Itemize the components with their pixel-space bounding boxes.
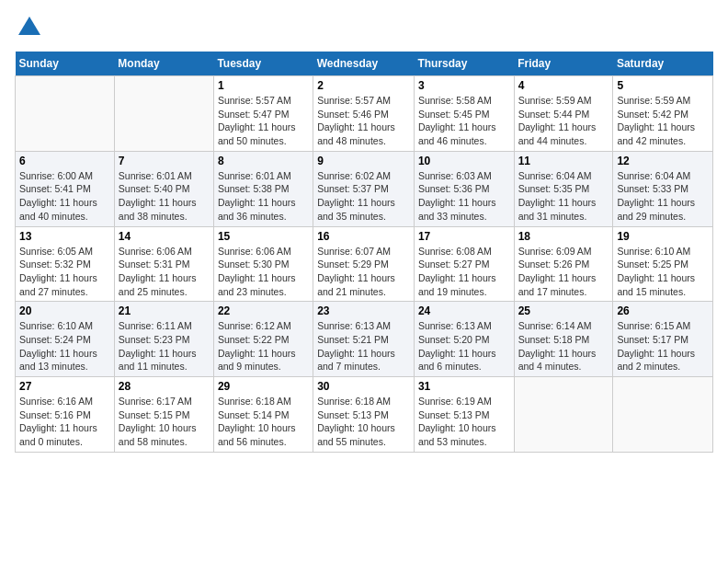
calendar-cell: 23Sunrise: 6:13 AM Sunset: 5:21 PM Dayli… (313, 302, 415, 377)
day-number: 24 (418, 304, 510, 317)
day-number: 10 (418, 155, 510, 167)
day-number: 15 (218, 230, 309, 243)
calendar-week-row: 1Sunrise: 5:57 AM Sunset: 5:47 PM Daylig… (16, 76, 713, 152)
day-detail: Sunrise: 6:01 AM Sunset: 5:38 PM Dayligh… (218, 169, 309, 224)
weekday-header-sunday: Sunday (16, 52, 115, 76)
day-number: 8 (218, 155, 309, 167)
day-number: 21 (119, 304, 210, 317)
calendar-cell: 9Sunrise: 6:02 AM Sunset: 5:37 PM Daylig… (313, 151, 415, 226)
day-number: 12 (617, 155, 709, 167)
calendar-cell: 12Sunrise: 6:04 AM Sunset: 5:33 PM Dayli… (613, 151, 713, 226)
weekday-header-saturday: Saturday (613, 52, 713, 76)
day-number: 7 (119, 155, 210, 167)
day-detail: Sunrise: 5:58 AM Sunset: 5:45 PM Dayligh… (418, 94, 510, 148)
calendar-cell: 30Sunrise: 6:18 AM Sunset: 5:13 PM Dayli… (313, 377, 415, 453)
svg-marker-0 (18, 17, 40, 35)
calendar-cell: 1Sunrise: 5:57 AM Sunset: 5:47 PM Daylig… (213, 76, 313, 152)
day-number: 20 (19, 304, 110, 317)
day-number: 19 (617, 230, 709, 243)
day-detail: Sunrise: 6:18 AM Sunset: 5:13 PM Dayligh… (317, 395, 410, 449)
day-detail: Sunrise: 6:04 AM Sunset: 5:35 PM Dayligh… (518, 169, 609, 224)
day-detail: Sunrise: 6:11 AM Sunset: 5:23 PM Dayligh… (119, 319, 210, 373)
day-detail: Sunrise: 6:07 AM Sunset: 5:29 PM Dayligh… (317, 245, 410, 299)
calendar-cell: 10Sunrise: 6:03 AM Sunset: 5:36 PM Dayli… (414, 151, 514, 226)
calendar-cell: 15Sunrise: 6:06 AM Sunset: 5:30 PM Dayli… (213, 226, 313, 302)
calendar-cell: 19Sunrise: 6:10 AM Sunset: 5:25 PM Dayli… (613, 226, 713, 302)
day-number: 4 (518, 79, 609, 92)
day-number: 17 (418, 230, 510, 243)
day-detail: Sunrise: 6:10 AM Sunset: 5:25 PM Dayligh… (617, 245, 709, 299)
calendar-cell: 21Sunrise: 6:11 AM Sunset: 5:23 PM Dayli… (114, 302, 213, 377)
day-detail: Sunrise: 6:13 AM Sunset: 5:21 PM Dayligh… (317, 319, 410, 373)
day-detail: Sunrise: 6:01 AM Sunset: 5:40 PM Dayligh… (119, 169, 210, 224)
day-detail: Sunrise: 6:00 AM Sunset: 5:41 PM Dayligh… (19, 169, 110, 224)
calendar-week-row: 13Sunrise: 6:05 AM Sunset: 5:32 PM Dayli… (16, 226, 713, 302)
day-number: 9 (317, 155, 410, 167)
calendar-cell: 14Sunrise: 6:06 AM Sunset: 5:31 PM Dayli… (114, 226, 213, 302)
day-detail: Sunrise: 6:02 AM Sunset: 5:37 PM Dayligh… (317, 169, 410, 224)
calendar-cell: 6Sunrise: 6:00 AM Sunset: 5:41 PM Daylig… (16, 151, 115, 226)
weekday-header-thursday: Thursday (414, 52, 514, 76)
day-number: 1 (218, 79, 309, 92)
day-detail: Sunrise: 6:03 AM Sunset: 5:36 PM Dayligh… (418, 169, 510, 224)
day-number: 22 (218, 304, 309, 317)
day-detail: Sunrise: 5:57 AM Sunset: 5:47 PM Dayligh… (218, 94, 309, 148)
calendar-cell: 22Sunrise: 6:12 AM Sunset: 5:22 PM Dayli… (213, 302, 313, 377)
calendar-cell: 13Sunrise: 6:05 AM Sunset: 5:32 PM Dayli… (16, 226, 115, 302)
day-detail: Sunrise: 6:12 AM Sunset: 5:22 PM Dayligh… (218, 319, 309, 373)
day-number: 11 (518, 155, 609, 167)
weekday-header-monday: Monday (114, 52, 213, 76)
day-number: 30 (317, 380, 410, 393)
day-detail: Sunrise: 6:09 AM Sunset: 5:26 PM Dayligh… (518, 245, 609, 299)
calendar-cell: 4Sunrise: 5:59 AM Sunset: 5:44 PM Daylig… (514, 76, 613, 152)
calendar-cell: 8Sunrise: 6:01 AM Sunset: 5:38 PM Daylig… (213, 151, 313, 226)
day-detail: Sunrise: 6:06 AM Sunset: 5:31 PM Dayligh… (119, 245, 210, 299)
day-number: 5 (617, 79, 709, 92)
calendar-cell (114, 76, 213, 152)
day-detail: Sunrise: 6:16 AM Sunset: 5:16 PM Dayligh… (19, 395, 110, 449)
day-detail: Sunrise: 5:59 AM Sunset: 5:42 PM Dayligh… (617, 94, 709, 148)
calendar-cell (514, 377, 613, 453)
day-detail: Sunrise: 6:06 AM Sunset: 5:30 PM Dayligh… (218, 245, 309, 299)
day-detail: Sunrise: 6:17 AM Sunset: 5:15 PM Dayligh… (119, 395, 210, 449)
calendar-cell: 11Sunrise: 6:04 AM Sunset: 5:35 PM Dayli… (514, 151, 613, 226)
day-detail: Sunrise: 6:13 AM Sunset: 5:20 PM Dayligh… (418, 319, 510, 373)
day-number: 31 (418, 380, 510, 393)
calendar-cell: 16Sunrise: 6:07 AM Sunset: 5:29 PM Dayli… (313, 226, 415, 302)
day-number: 23 (317, 304, 410, 317)
day-detail: Sunrise: 6:10 AM Sunset: 5:24 PM Dayligh… (19, 319, 110, 373)
day-detail: Sunrise: 6:04 AM Sunset: 5:33 PM Dayligh… (617, 169, 709, 224)
calendar-week-row: 6Sunrise: 6:00 AM Sunset: 5:41 PM Daylig… (16, 151, 713, 226)
day-number: 13 (19, 230, 110, 243)
weekday-header-wednesday: Wednesday (313, 52, 415, 76)
calendar-cell (16, 76, 115, 152)
calendar-cell (613, 377, 713, 453)
day-number: 16 (317, 230, 410, 243)
day-detail: Sunrise: 6:08 AM Sunset: 5:27 PM Dayligh… (418, 245, 510, 299)
calendar-header-row: SundayMondayTuesdayWednesdayThursdayFrid… (16, 52, 713, 76)
logo-icon (17, 15, 42, 40)
calendar-cell: 18Sunrise: 6:09 AM Sunset: 5:26 PM Dayli… (514, 226, 613, 302)
calendar-week-row: 27Sunrise: 6:16 AM Sunset: 5:16 PM Dayli… (16, 377, 713, 453)
calendar-cell: 20Sunrise: 6:10 AM Sunset: 5:24 PM Dayli… (16, 302, 115, 377)
day-number: 27 (19, 380, 110, 393)
day-detail: Sunrise: 6:15 AM Sunset: 5:17 PM Dayligh… (617, 319, 709, 373)
day-number: 14 (119, 230, 210, 243)
calendar-cell: 7Sunrise: 6:01 AM Sunset: 5:40 PM Daylig… (114, 151, 213, 226)
day-detail: Sunrise: 6:05 AM Sunset: 5:32 PM Dayligh… (19, 245, 110, 299)
calendar-table: SundayMondayTuesdayWednesdayThursdayFrid… (15, 52, 713, 453)
day-detail: Sunrise: 6:18 AM Sunset: 5:14 PM Dayligh… (218, 395, 309, 449)
calendar-cell: 27Sunrise: 6:16 AM Sunset: 5:16 PM Dayli… (16, 377, 115, 453)
calendar-cell: 29Sunrise: 6:18 AM Sunset: 5:14 PM Dayli… (213, 377, 313, 453)
logo (15, 15, 42, 40)
day-detail: Sunrise: 5:57 AM Sunset: 5:46 PM Dayligh… (317, 94, 410, 148)
calendar-cell: 25Sunrise: 6:14 AM Sunset: 5:18 PM Dayli… (514, 302, 613, 377)
day-number: 29 (218, 380, 309, 393)
day-detail: Sunrise: 6:19 AM Sunset: 5:13 PM Dayligh… (418, 395, 510, 449)
calendar-cell: 5Sunrise: 5:59 AM Sunset: 5:42 PM Daylig… (613, 76, 713, 152)
calendar-week-row: 20Sunrise: 6:10 AM Sunset: 5:24 PM Dayli… (16, 302, 713, 377)
day-number: 6 (19, 155, 110, 167)
day-detail: Sunrise: 5:59 AM Sunset: 5:44 PM Dayligh… (518, 94, 609, 148)
calendar-cell: 31Sunrise: 6:19 AM Sunset: 5:13 PM Dayli… (414, 377, 514, 453)
day-number: 2 (317, 79, 410, 92)
